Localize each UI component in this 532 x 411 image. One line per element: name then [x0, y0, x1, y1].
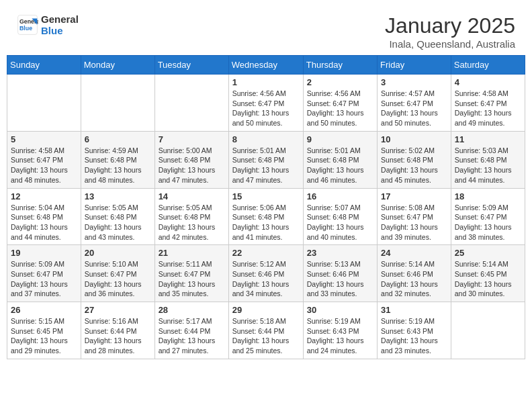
weekday-header: Tuesday — [154, 56, 228, 75]
day-number: 18 — [455, 191, 521, 201]
page-header: General Blue General Blue January 2025 I… — [7, 7, 525, 55]
day-number: 24 — [381, 248, 447, 258]
day-info: Sunrise: 5:05 AM Sunset: 6:48 PM Dayligh… — [85, 203, 151, 242]
day-number: 23 — [307, 248, 373, 258]
calendar-week-row: 26Sunrise: 5:15 AM Sunset: 6:45 PM Dayli… — [7, 302, 525, 359]
day-info: Sunrise: 4:56 AM Sunset: 6:47 PM Dayligh… — [307, 89, 373, 128]
calendar-cell: 7Sunrise: 5:00 AM Sunset: 6:48 PM Daylig… — [154, 131, 228, 188]
day-number: 20 — [85, 248, 151, 258]
day-info: Sunrise: 5:17 AM Sunset: 6:44 PM Dayligh… — [159, 316, 225, 356]
calendar-cell: 18Sunrise: 5:09 AM Sunset: 6:47 PM Dayli… — [451, 188, 525, 245]
calendar-cell: 26Sunrise: 5:15 AM Sunset: 6:45 PM Dayli… — [7, 302, 81, 359]
calendar-cell: 27Sunrise: 5:16 AM Sunset: 6:44 PM Dayli… — [81, 302, 154, 359]
calendar-table: SundayMondayTuesdayWednesdayThursdayFrid… — [7, 55, 525, 359]
day-number: 5 — [11, 134, 77, 144]
calendar-cell: 30Sunrise: 5:19 AM Sunset: 6:43 PM Dayli… — [303, 302, 377, 359]
calendar-cell: 4Sunrise: 4:58 AM Sunset: 6:47 PM Daylig… — [451, 75, 525, 132]
calendar-cell: 19Sunrise: 5:09 AM Sunset: 6:47 PM Dayli… — [7, 245, 81, 302]
calendar-cell: 28Sunrise: 5:17 AM Sunset: 6:44 PM Dayli… — [154, 302, 228, 359]
day-info: Sunrise: 5:16 AM Sunset: 6:44 PM Dayligh… — [85, 316, 151, 356]
calendar-cell: 29Sunrise: 5:18 AM Sunset: 6:44 PM Dayli… — [228, 302, 303, 359]
calendar-cell — [7, 75, 81, 132]
calendar-week-row: 1Sunrise: 4:56 AM Sunset: 6:47 PM Daylig… — [7, 75, 525, 132]
calendar-header: SundayMondayTuesdayWednesdayThursdayFrid… — [7, 56, 525, 75]
weekday-header: Sunday — [7, 56, 81, 75]
month-title: January 2025 — [385, 13, 515, 38]
weekday-header: Wednesday — [228, 56, 303, 75]
day-number: 4 — [455, 77, 521, 87]
calendar-cell: 23Sunrise: 5:13 AM Sunset: 6:46 PM Dayli… — [303, 245, 377, 302]
day-info: Sunrise: 5:15 AM Sunset: 6:45 PM Dayligh… — [11, 316, 77, 356]
day-number: 8 — [232, 134, 300, 144]
day-info: Sunrise: 4:59 AM Sunset: 6:48 PM Dayligh… — [85, 146, 151, 185]
calendar-cell: 11Sunrise: 5:03 AM Sunset: 6:48 PM Dayli… — [451, 131, 525, 188]
calendar-cell — [154, 75, 228, 132]
day-number: 17 — [381, 191, 447, 201]
calendar-cell: 15Sunrise: 5:06 AM Sunset: 6:48 PM Dayli… — [228, 188, 303, 245]
day-number: 14 — [159, 191, 225, 201]
day-number: 6 — [85, 134, 151, 144]
day-info: Sunrise: 4:57 AM Sunset: 6:47 PM Dayligh… — [381, 89, 447, 128]
day-info: Sunrise: 5:05 AM Sunset: 6:48 PM Dayligh… — [159, 203, 225, 242]
title-block: January 2025 Inala, Queensland, Australi… — [385, 13, 515, 50]
weekday-header: Friday — [378, 56, 451, 75]
day-info: Sunrise: 5:11 AM Sunset: 6:47 PM Dayligh… — [159, 259, 225, 299]
calendar-cell: 21Sunrise: 5:11 AM Sunset: 6:47 PM Dayli… — [154, 245, 228, 302]
day-info: Sunrise: 5:02 AM Sunset: 6:48 PM Dayligh… — [381, 146, 447, 185]
day-info: Sunrise: 4:56 AM Sunset: 6:47 PM Dayligh… — [232, 89, 300, 128]
calendar-cell: 25Sunrise: 5:14 AM Sunset: 6:45 PM Dayli… — [451, 245, 525, 302]
day-number: 12 — [11, 191, 77, 201]
logo: General Blue General Blue — [17, 13, 79, 36]
day-number: 27 — [85, 305, 151, 315]
day-number: 31 — [381, 305, 447, 315]
logo-general: General — [41, 13, 79, 25]
calendar-cell — [451, 302, 525, 359]
day-info: Sunrise: 5:04 AM Sunset: 6:48 PM Dayligh… — [11, 203, 77, 242]
day-info: Sunrise: 5:10 AM Sunset: 6:47 PM Dayligh… — [85, 259, 151, 299]
calendar-cell: 10Sunrise: 5:02 AM Sunset: 6:48 PM Dayli… — [378, 131, 451, 188]
day-number: 16 — [307, 191, 373, 201]
day-number: 9 — [307, 134, 373, 144]
calendar-week-row: 12Sunrise: 5:04 AM Sunset: 6:48 PM Dayli… — [7, 188, 525, 245]
logo-icon: General Blue — [17, 14, 38, 36]
day-number: 3 — [381, 77, 447, 87]
calendar-cell: 2Sunrise: 4:56 AM Sunset: 6:47 PM Daylig… — [303, 75, 377, 132]
calendar-cell: 12Sunrise: 5:04 AM Sunset: 6:48 PM Dayli… — [7, 188, 81, 245]
calendar-cell: 20Sunrise: 5:10 AM Sunset: 6:47 PM Dayli… — [81, 245, 154, 302]
svg-text:Blue: Blue — [19, 25, 32, 32]
day-number: 30 — [307, 305, 373, 315]
day-number: 22 — [232, 248, 300, 258]
calendar-cell: 31Sunrise: 5:19 AM Sunset: 6:43 PM Dayli… — [378, 302, 451, 359]
location-title: Inala, Queensland, Australia — [385, 38, 515, 50]
day-info: Sunrise: 5:19 AM Sunset: 6:43 PM Dayligh… — [307, 316, 373, 356]
day-number: 19 — [11, 248, 77, 258]
day-info: Sunrise: 5:03 AM Sunset: 6:48 PM Dayligh… — [455, 146, 521, 185]
weekday-header: Saturday — [451, 56, 525, 75]
day-info: Sunrise: 4:58 AM Sunset: 6:47 PM Dayligh… — [11, 146, 77, 185]
day-info: Sunrise: 5:19 AM Sunset: 6:43 PM Dayligh… — [381, 316, 447, 356]
day-info: Sunrise: 5:12 AM Sunset: 6:46 PM Dayligh… — [232, 259, 300, 299]
weekday-header: Thursday — [303, 56, 377, 75]
calendar-cell: 6Sunrise: 4:59 AM Sunset: 6:48 PM Daylig… — [81, 131, 154, 188]
day-info: Sunrise: 5:09 AM Sunset: 6:47 PM Dayligh… — [11, 259, 77, 299]
day-info: Sunrise: 5:18 AM Sunset: 6:44 PM Dayligh… — [232, 316, 300, 356]
calendar-cell: 9Sunrise: 5:01 AM Sunset: 6:48 PM Daylig… — [303, 131, 377, 188]
day-number: 21 — [159, 248, 225, 258]
calendar-cell: 5Sunrise: 4:58 AM Sunset: 6:47 PM Daylig… — [7, 131, 81, 188]
day-info: Sunrise: 5:01 AM Sunset: 6:48 PM Dayligh… — [307, 146, 373, 185]
day-info: Sunrise: 5:14 AM Sunset: 6:46 PM Dayligh… — [381, 259, 447, 299]
calendar-cell: 8Sunrise: 5:01 AM Sunset: 6:48 PM Daylig… — [228, 131, 303, 188]
day-info: Sunrise: 5:13 AM Sunset: 6:46 PM Dayligh… — [307, 259, 373, 299]
day-info: Sunrise: 5:14 AM Sunset: 6:45 PM Dayligh… — [455, 259, 521, 299]
calendar-cell: 14Sunrise: 5:05 AM Sunset: 6:48 PM Dayli… — [154, 188, 228, 245]
calendar-week-row: 19Sunrise: 5:09 AM Sunset: 6:47 PM Dayli… — [7, 245, 525, 302]
day-info: Sunrise: 5:01 AM Sunset: 6:48 PM Dayligh… — [232, 146, 300, 185]
calendar-cell: 17Sunrise: 5:08 AM Sunset: 6:47 PM Dayli… — [378, 188, 451, 245]
day-info: Sunrise: 5:09 AM Sunset: 6:47 PM Dayligh… — [455, 203, 521, 242]
calendar-week-row: 5Sunrise: 4:58 AM Sunset: 6:47 PM Daylig… — [7, 131, 525, 188]
day-number: 28 — [159, 305, 225, 315]
day-number: 25 — [455, 248, 521, 258]
calendar-cell: 1Sunrise: 4:56 AM Sunset: 6:47 PM Daylig… — [228, 75, 303, 132]
day-number: 29 — [232, 305, 300, 315]
day-number: 1 — [232, 77, 300, 87]
